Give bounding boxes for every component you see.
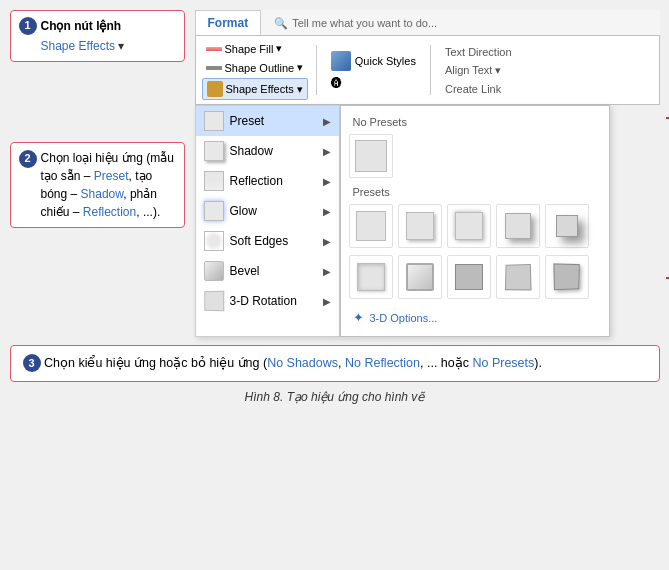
no-preset-cell[interactable] <box>349 134 393 178</box>
step1-annotation: 1 Chọn nút lệnh Shape Effects ▾ <box>10 10 185 62</box>
step3-annotation: 3 Chọn kiểu hiệu ứng hoặc bỏ hiệu ứng (N… <box>10 345 660 382</box>
preset-shape-8 <box>455 264 483 290</box>
preset-shape-9 <box>504 264 531 290</box>
glow-icon <box>204 201 224 221</box>
preset-cell-3[interactable] <box>447 204 491 248</box>
no-preset-row <box>349 134 601 178</box>
align-text-btn[interactable]: Align Text ▾ <box>439 62 518 79</box>
shape-outline-btn[interactable]: Shape Outline ▾ <box>202 59 308 76</box>
dropdown-preset[interactable]: Preset ▶ <box>196 106 339 136</box>
shape-buttons-group: Shape Fill ▾ Shape Outline ▾ Shape Effec… <box>202 40 308 100</box>
shape-fill-icon <box>206 47 222 51</box>
bevel-icon <box>204 261 224 281</box>
shape-effects-btn[interactable]: Shape Effects ▾ <box>202 78 308 100</box>
preset-shape-7 <box>406 263 434 291</box>
preset-shape-3 <box>455 212 483 240</box>
dropdown-soft-edges[interactable]: Soft Edges ▶ <box>196 226 339 256</box>
preset-shape-2 <box>406 212 434 240</box>
dropdown-reflection[interactable]: Reflection ▶ <box>196 166 339 196</box>
3d-rotation-icon <box>204 291 224 312</box>
ribbon-tabs: Format 🔍 Tell me what you want to do... <box>195 10 660 36</box>
preset-cell-9[interactable] <box>496 255 540 299</box>
preset-shape-8-back <box>459 261 485 287</box>
preset-row-2 <box>349 253 601 301</box>
submenu-panel: No Presets Presets <box>340 105 610 337</box>
preset-cell-2[interactable] <box>398 204 442 248</box>
dropdown-bevel[interactable]: Bevel ▶ <box>196 256 339 286</box>
ribbon-divider2 <box>430 45 431 95</box>
step1-circle: 1 <box>19 17 37 35</box>
preset-cell-4[interactable] <box>496 204 540 248</box>
3d-options-icon: ✦ <box>353 310 364 325</box>
preset-cell-7[interactable] <box>398 255 442 299</box>
step2-circle: 2 <box>19 150 37 168</box>
no-presets-label: No Presets <box>349 114 601 130</box>
step2-annotation: 2 Chọn loại hiệu ứng (mẫu tạo sẵn – Pres… <box>10 142 185 228</box>
preset-cell-6[interactable] <box>349 255 393 299</box>
preset-shape-10 <box>553 263 579 290</box>
preset-cell-1[interactable] <box>349 204 393 248</box>
soft-edges-icon <box>204 231 224 251</box>
right-bracket <box>666 117 670 279</box>
main-container: 1 Chọn nút lệnh Shape Effects ▾ 2 Chọn l… <box>10 10 660 404</box>
preset-shape-1 <box>356 211 386 241</box>
tab-format[interactable]: Format <box>195 10 262 35</box>
dropdown-3d-rotation[interactable]: 3-D Rotation ▶ <box>196 286 339 316</box>
quick-styles-icon <box>331 51 351 71</box>
styles-dropdown[interactable]: 🅐 <box>325 75 422 91</box>
reflection-icon <box>204 171 224 191</box>
shadow-icon <box>204 141 224 161</box>
text-group: Quick Styles 🅐 <box>325 49 422 91</box>
preset-shape-5 <box>556 215 578 237</box>
step3-circle: 3 <box>23 354 41 372</box>
ribbon-content: Shape Fill ▾ Shape Outline ▾ Shape Effec… <box>195 36 660 105</box>
preset-icon <box>204 111 224 131</box>
figure-caption: Hình 8. Tạo hiệu ứng cho hình vẽ <box>10 390 660 404</box>
dropdown-glow[interactable]: Glow ▶ <box>196 196 339 226</box>
preset-cell-5[interactable] <box>545 204 589 248</box>
dropdown-shadow[interactable]: Shadow ▶ <box>196 136 339 166</box>
step3-text: Chọn kiểu hiệu ứng hoặc bỏ hiệu ứng (No … <box>44 356 542 370</box>
preset-shape-6 <box>357 263 385 291</box>
ribbon-and-dropdown: Format 🔍 Tell me what you want to do... … <box>195 10 660 337</box>
preset-cell-10[interactable] <box>545 255 589 299</box>
quick-styles-btn[interactable]: Quick Styles <box>325 49 422 73</box>
step1-highlight: Shape Effects ▾ <box>19 38 176 55</box>
preset-cell-8[interactable] <box>447 255 491 299</box>
create-link-btn[interactable]: Create Link <box>439 81 518 97</box>
shape-outline-icon <box>206 66 222 70</box>
dropdown-outer: Preset ▶ Shadow ▶ Reflection ▶ <box>195 105 660 337</box>
dropdown-menu: Preset ▶ Shadow ▶ Reflection ▶ <box>195 105 340 337</box>
shape-fill-btn[interactable]: Shape Fill ▾ <box>202 40 308 57</box>
preset-row-1 <box>349 202 601 250</box>
ribbon-divider1 <box>316 45 317 95</box>
shape-effects-icon <box>207 81 223 97</box>
3d-options-row[interactable]: ✦ 3-D Options... <box>349 307 601 328</box>
presets-section-title: Presets <box>353 186 601 198</box>
preset-shape-4 <box>505 213 531 239</box>
tab-tell-me[interactable]: 🔍 Tell me what you want to do... <box>261 10 450 35</box>
left-annotations: 1 Chọn nút lệnh Shape Effects ▾ 2 Chọn l… <box>10 10 185 228</box>
step2-text: Chọn loại hiệu ứng (mẫu tạo sẵn – Preset… <box>41 149 176 221</box>
step1-title: Chọn nút lệnh <box>41 18 122 35</box>
text-direction-btn[interactable]: Text Direction <box>439 44 518 60</box>
text-options-group: Text Direction Align Text ▾ Create Link <box>439 44 518 97</box>
no-preset-shape <box>355 140 387 172</box>
3d-options-label: 3-D Options... <box>370 312 438 324</box>
